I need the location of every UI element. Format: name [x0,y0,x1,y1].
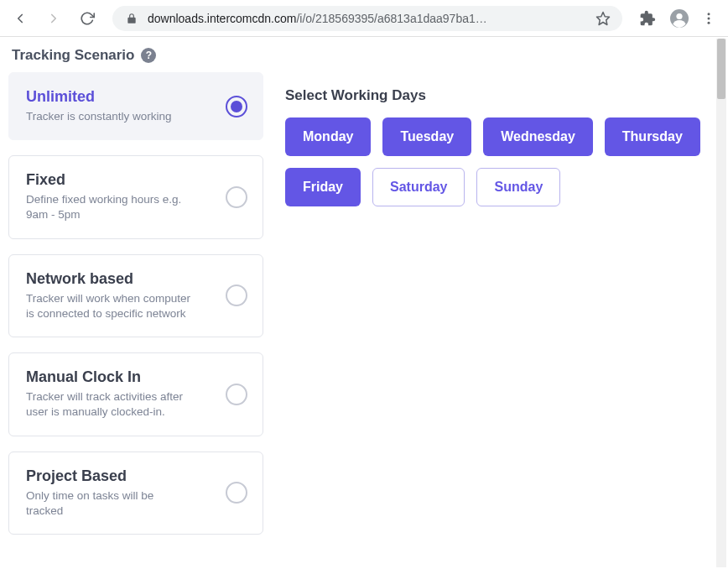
option-desc: Tracker will track activities after user… [26,389,194,420]
option-title: Fixed [26,171,216,189]
working-days-heading: Select Working Days [285,87,720,104]
scenario-option-fixed[interactable]: FixedDefine fixed working hours e.g. 9am… [8,155,263,238]
scenario-option-project[interactable]: Project BasedOnly time on tasks will be … [8,452,263,535]
day-chip-monday[interactable]: Monday [285,117,371,156]
reload-button[interactable] [74,5,101,32]
url-path: /i/o/218569395/a6813a1daa97ba1… [296,12,486,25]
working-days-panel: Select Working Days MondayTuesdayWednesd… [263,72,720,206]
url-host: downloads.intercomcdn.com [148,12,296,25]
star-icon[interactable] [595,11,611,26]
option-desc: Only time on tasks will be tracked [26,488,194,519]
option-title: Manual Clock In [26,368,216,386]
radio-indicator[interactable] [226,186,247,208]
radio-indicator[interactable] [226,96,247,117]
radio-indicator[interactable] [226,284,247,306]
browser-toolbar: downloads.intercomcdn.com/i/o/218569395/… [0,0,728,37]
option-title: Network based [26,270,216,288]
forward-button[interactable] [40,5,67,32]
day-chip-tuesday[interactable]: Tuesday [382,117,471,156]
day-chip-friday[interactable]: Friday [285,168,361,206]
section-title: Tracking Scenario [12,47,134,64]
day-list: MondayTuesdayWednesdayThursdayFridaySatu… [285,117,720,206]
scrollbar[interactable] [716,39,726,567]
option-desc: Tracker will work when computer is conne… [26,291,194,321]
svg-point-2 [676,13,682,18]
scrollbar-thumb[interactable] [717,39,725,99]
scenario-option-manual[interactable]: Manual Clock InTracker will track activi… [8,352,263,436]
address-bar[interactable]: downloads.intercomcdn.com/i/o/218569395/… [112,6,622,31]
kebab-menu-icon[interactable] [701,11,716,26]
svg-point-5 [708,21,710,23]
day-chip-thursday[interactable]: Thursday [605,117,700,156]
page-viewport: Tracking Scenario ? UnlimitedTracker is … [0,37,728,569]
option-title: Project Based [26,467,216,485]
scenario-option-unlimited[interactable]: UnlimitedTracker is constantly working [8,72,263,140]
back-button[interactable] [7,5,34,32]
option-desc: Define fixed working hours e.g. 9am - 5p… [26,192,194,222]
extensions-icon[interactable] [637,8,658,29]
day-chip-saturday[interactable]: Saturday [372,168,465,206]
scenario-options: UnlimitedTracker is constantly workingFi… [8,72,263,550]
svg-point-4 [708,17,710,19]
radio-indicator[interactable] [226,384,247,405]
radio-indicator[interactable] [226,482,247,504]
svg-point-3 [708,13,710,15]
option-desc: Tracker is constantly working [26,109,194,124]
help-icon[interactable]: ? [141,48,156,63]
scenario-option-network[interactable]: Network basedTracker will work when comp… [8,254,263,337]
option-title: Unlimited [26,88,216,106]
url-text: downloads.intercomcdn.com/i/o/218569395/… [148,12,587,25]
day-chip-sunday[interactable]: Sunday [476,168,560,206]
svg-marker-0 [597,12,610,24]
day-chip-wednesday[interactable]: Wednesday [483,117,593,156]
lock-icon [124,11,139,26]
profile-icon[interactable] [669,8,689,29]
